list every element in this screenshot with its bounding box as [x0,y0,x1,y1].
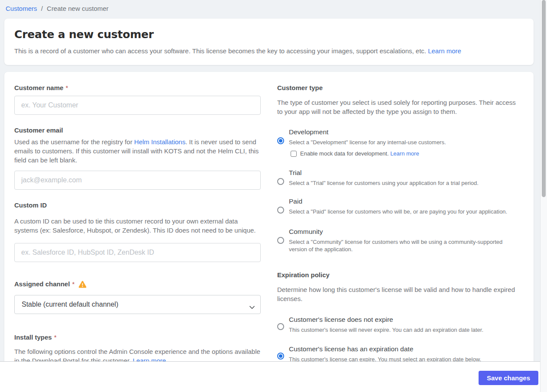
radio-license-has-expiration[interactable] [277,353,284,360]
save-changes-button[interactable]: Save changes [479,371,538,385]
radio-no-expire-label: Customer's license does not expire [289,315,516,324]
mock-data-checkbox-label: Enable mock data for development. Learn … [300,150,419,157]
customer-form-card: Customer name * Customer email Used as t… [4,72,534,392]
radio-community-label: Community [289,227,516,236]
radio-no-expire-description: This customer's license will never expir… [289,326,516,334]
expiration-policy-intro: Determine how long this customer's licen… [277,285,516,303]
customer-email-label-text: Customer email [14,126,63,135]
customer-email-label: Customer email [14,126,261,135]
radio-development-description: Select a "Development" license for any i… [289,139,516,146]
expiration-option-no-expire: Customer's license does not expire This … [277,315,516,334]
expiration-option-has-expiration: Customer's license has an expiration dat… [277,345,516,363]
install-types-label: Install types * [14,333,261,342]
required-asterisk: * [54,333,57,342]
assigned-channel-label-text: Assigned channel [14,280,70,288]
mock-data-checkbox-row: Enable mock data for development. Learn … [291,150,516,157]
custom-id-label: Custom ID [14,201,261,210]
save-footer-bar: Save changes [0,361,540,392]
radio-development[interactable] [277,137,284,144]
page-scrollbar[interactable] [540,0,547,392]
breadcrumb: Customers / Create new customer [0,0,547,13]
radio-paid[interactable] [277,207,284,214]
expiration-policy-heading: Expiration policy [277,271,516,279]
customer-type-intro: The type of customer you select is used … [277,98,516,116]
form-left-column: Customer name * Customer email Used as t… [14,84,261,392]
radio-community-description: Select a "Community" license for custome… [289,238,516,253]
required-asterisk: * [65,84,68,92]
breadcrumb-current: Create new customer [47,5,109,12]
customer-type-heading: Customer type [277,84,516,92]
form-right-column: Customer type The type of customer you s… [277,84,516,392]
radio-trial[interactable] [277,178,284,185]
radio-has-expiration-label: Customer's license has an expiration dat… [289,345,516,353]
warning-icon [78,281,87,288]
radio-license-does-not-expire[interactable] [277,323,284,330]
chevron-down-icon [249,303,255,311]
breadcrumb-separator: / [41,5,43,12]
breadcrumb-customers-link[interactable]: Customers [6,5,37,12]
custom-id-input[interactable] [14,243,261,262]
page-description: This is a record of a customer who can a… [14,47,516,55]
required-asterisk: * [72,280,74,288]
scrollbar-thumb[interactable] [542,0,546,197]
custom-id-label-text: Custom ID [14,201,47,210]
assigned-channel-label: Assigned channel * [14,280,261,288]
page-title: Create a new customer [14,27,516,42]
mock-data-checkbox[interactable] [291,151,297,157]
assigned-channel-select[interactable]: Stable (current default channel) [14,295,261,314]
mock-data-learn-more-link[interactable]: Learn more [390,150,419,157]
customer-name-label-text: Customer name [14,84,63,92]
create-customer-page: Customers / Create new customer Create a… [0,0,547,392]
mock-data-checkbox-text: Enable mock data for development. [300,150,389,157]
header-learn-more-link[interactable]: Learn more [428,47,461,55]
page-description-text: This is a record of a customer who can a… [14,47,426,55]
customer-type-option-trial: Trial Select a "Trial" license for custo… [277,168,516,187]
custom-id-help: A custom ID can be used to tie this cust… [14,217,261,235]
customer-name-input[interactable] [14,96,261,115]
customer-type-option-community: Community Select a "Community" license f… [277,227,516,253]
customer-type-option-paid: Paid Select a "Paid" license for custome… [277,197,516,215]
radio-trial-label: Trial [289,168,516,177]
header-card: Create a new customer This is a record o… [4,19,534,65]
helm-installations-link[interactable]: Helm Installations [134,138,185,146]
assigned-channel-selected-option: Stable (current default channel) [22,301,118,308]
customer-email-input[interactable] [14,171,261,190]
radio-development-label: Development [289,128,516,136]
install-types-label-text: Install types [14,333,52,342]
radio-trial-description: Select a "Trial" license for customers u… [289,179,516,187]
radio-paid-description: Select a "Paid" license for customers wh… [289,208,516,215]
customer-email-help-text-1: Used as the username for the registry fo… [14,138,134,146]
radio-community[interactable] [277,237,284,244]
customer-name-label: Customer name * [14,84,261,92]
customer-email-help: Used as the username for the registry fo… [14,137,261,165]
radio-paid-label: Paid [289,197,516,206]
customer-type-option-development: Development Select a "Development" licen… [277,128,516,157]
